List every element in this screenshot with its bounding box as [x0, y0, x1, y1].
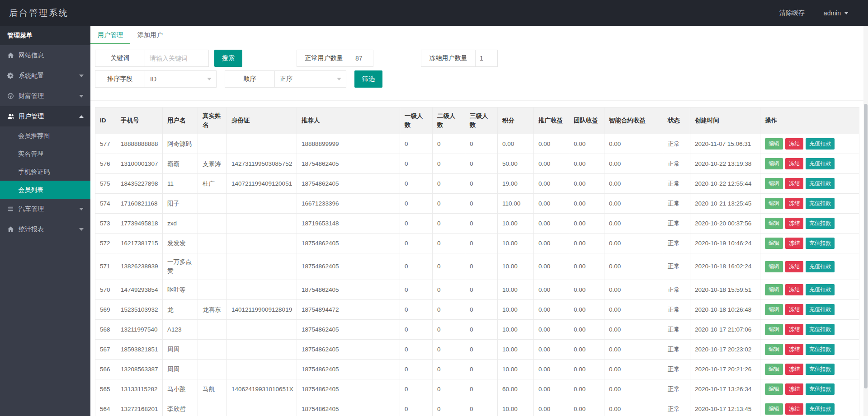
freeze-button[interactable]: 冻结: [785, 324, 803, 335]
freeze-button[interactable]: 冻结: [785, 344, 803, 355]
cell-status: 正常: [663, 134, 690, 154]
sidebar-item-wealth-management[interactable]: 财富管理: [0, 86, 90, 106]
cell-phone: 17739495818: [116, 214, 163, 234]
cell-referrer: 18888899999: [297, 134, 400, 154]
main-content: 用户管理 添加用户 关键词 搜索 正常用户数量 87 冻结用户数量 1: [90, 26, 868, 416]
edit-button[interactable]: 编辑: [765, 383, 783, 395]
edit-button[interactable]: 编辑: [765, 178, 783, 189]
cell-idcard: 14062419931010651X: [227, 379, 297, 399]
sidebar-item-system-config[interactable]: 系统配置: [0, 65, 90, 86]
recharge-deduct-button[interactable]: 充值扣款: [806, 158, 835, 169]
freeze-button[interactable]: 冻结: [785, 238, 803, 249]
column-header-points: 积分: [498, 108, 534, 134]
edit-button[interactable]: 编辑: [765, 304, 783, 315]
edit-button[interactable]: 编辑: [765, 238, 783, 249]
edit-button[interactable]: 编辑: [765, 403, 783, 415]
freeze-button[interactable]: 冻结: [785, 383, 803, 395]
edit-button[interactable]: 编辑: [765, 138, 783, 150]
keyword-input[interactable]: [145, 50, 208, 66]
freeze-button[interactable]: 冻结: [785, 364, 803, 375]
order-select[interactable]: 正序: [275, 71, 346, 87]
cell-team-income: 0.00: [569, 253, 604, 280]
recharge-deduct-button[interactable]: 充值扣款: [806, 284, 835, 295]
filter-button[interactable]: 筛选: [354, 70, 382, 88]
freeze-button[interactable]: 冻结: [785, 284, 803, 295]
edit-button[interactable]: 编辑: [765, 344, 783, 355]
tab-user-management[interactable]: 用户管理: [90, 26, 130, 44]
recharge-deduct-button[interactable]: 充值扣款: [806, 198, 835, 209]
freeze-button[interactable]: 冻结: [785, 138, 803, 150]
edit-button[interactable]: 编辑: [765, 198, 783, 209]
table-row: 56413272168201李欣哲1875486240500010.000.00…: [95, 399, 859, 416]
table-row: 56718593821851周周1875486240500010.000.000…: [95, 340, 859, 360]
cell-id: 574: [95, 194, 116, 214]
sidebar-subitem-member-list[interactable]: 会员列表: [0, 181, 90, 199]
cell-contract-income: 0.00: [604, 234, 663, 253]
cell-username: 一万多点赞: [163, 253, 198, 280]
cell-referrer: 18754862405: [297, 280, 400, 300]
cell-created-time: 2020-10-22 13:19:38: [690, 154, 760, 174]
scrollbar-thumb[interactable]: [864, 104, 868, 388]
tab-add-user[interactable]: 添加用户: [130, 26, 170, 44]
cell-team-income: 0.00: [569, 214, 604, 234]
search-button[interactable]: 搜索: [214, 50, 242, 67]
freeze-button[interactable]: 冻结: [785, 261, 803, 272]
cell-level2-count: 0: [433, 340, 465, 360]
cell-points: 50.00: [498, 154, 534, 174]
edit-button[interactable]: 编辑: [765, 261, 783, 272]
cell-idcard: [227, 214, 297, 234]
recharge-deduct-button[interactable]: 充值扣款: [806, 324, 835, 335]
sidebar-item-website-info[interactable]: 网站信息: [0, 45, 90, 65]
cell-level1-count: 0: [400, 399, 433, 416]
recharge-deduct-button[interactable]: 充值扣款: [806, 364, 835, 375]
cell-idcard: [227, 134, 297, 154]
recharge-deduct-button[interactable]: 充值扣款: [806, 383, 835, 395]
cell-actions: 编辑冻结充值扣款: [760, 234, 859, 253]
sidebar-item-user-management[interactable]: 用户管理: [0, 106, 90, 126]
cell-status: 正常: [663, 300, 690, 320]
cell-contract-income: 0.00: [604, 340, 663, 360]
cell-username: 霸霸: [163, 154, 198, 174]
chevron-down-icon: [207, 78, 212, 80]
recharge-deduct-button[interactable]: 充值扣款: [806, 238, 835, 249]
edit-button[interactable]: 编辑: [765, 324, 783, 335]
sidebar-item-label: 财富管理: [19, 92, 44, 100]
cell-actions: 编辑冻结充值扣款: [760, 194, 859, 214]
sort-field-select[interactable]: ID: [145, 71, 216, 87]
sidebar-item-car-management[interactable]: 汽车管理: [0, 199, 90, 219]
cell-contract-income: 0.00: [604, 300, 663, 320]
edit-button[interactable]: 编辑: [765, 218, 783, 229]
freeze-button[interactable]: 冻结: [785, 198, 803, 209]
chevron-down-icon: [79, 75, 84, 77]
table-row: 56613208563387周周1875486240500010.000.000…: [95, 360, 859, 379]
freeze-button[interactable]: 冻结: [785, 304, 803, 315]
sidebar-subitem-member-referral-chart[interactable]: 会员推荐图: [0, 126, 90, 145]
recharge-deduct-button[interactable]: 充值扣款: [806, 403, 835, 415]
edit-button[interactable]: 编辑: [765, 364, 783, 375]
sidebar-item-statistics-report[interactable]: 统计报表: [0, 219, 90, 239]
freeze-button[interactable]: 冻结: [785, 178, 803, 189]
edit-button[interactable]: 编辑: [765, 284, 783, 295]
clear-cache-link[interactable]: 清除缓存: [779, 9, 805, 17]
recharge-deduct-button[interactable]: 充值扣款: [806, 178, 835, 189]
freeze-button[interactable]: 冻结: [785, 158, 803, 169]
user-menu[interactable]: admin: [824, 9, 849, 17]
recharge-deduct-button[interactable]: 充值扣款: [806, 218, 835, 229]
sidebar-subitem-realname-management[interactable]: 实名管理: [0, 145, 90, 163]
cell-username: 马小跳: [163, 379, 198, 399]
cell-phone: 13272168201: [116, 399, 163, 416]
freeze-button[interactable]: 冻结: [785, 218, 803, 229]
cell-username: A123: [163, 320, 198, 340]
edit-button[interactable]: 编辑: [765, 158, 783, 169]
recharge-deduct-button[interactable]: 充值扣款: [806, 304, 835, 315]
vertical-scrollbar[interactable]: [863, 26, 868, 416]
recharge-deduct-button[interactable]: 充值扣款: [806, 261, 835, 272]
top-navbar: 后台管理系统 清除缓存 admin: [0, 0, 868, 26]
freeze-button[interactable]: 冻结: [785, 403, 803, 415]
sidebar-subitem-phone-verification[interactable]: 手机验证码: [0, 163, 90, 181]
recharge-deduct-button[interactable]: 充值扣款: [806, 344, 835, 355]
cell-level2-count: 0: [433, 214, 465, 234]
sort-field-label: 排序字段: [95, 71, 145, 87]
recharge-deduct-button[interactable]: 充值扣款: [806, 138, 835, 150]
column-header-created-time: 创建时间: [690, 108, 760, 134]
